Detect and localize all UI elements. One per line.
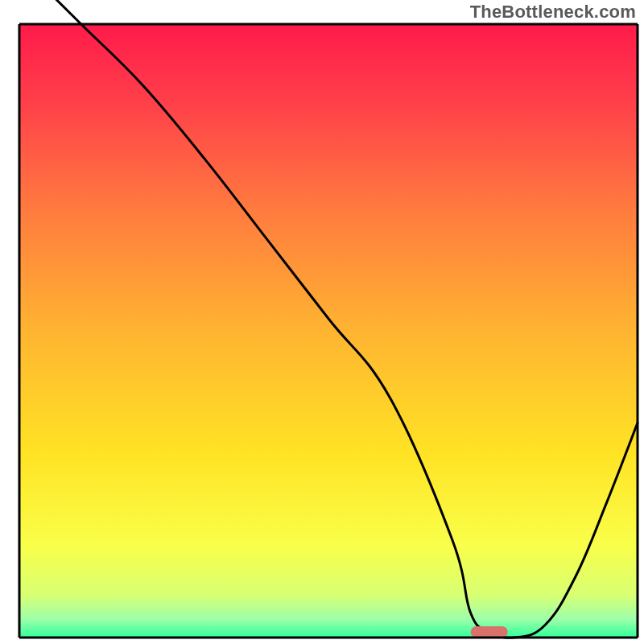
chart-container: TheBottleneck.com — [0, 0, 644, 644]
watermark-text: TheBottleneck.com — [470, 2, 636, 23]
plot-background — [19, 24, 638, 638]
bottleneck-chart — [0, 0, 644, 644]
optimal-marker — [471, 626, 508, 638]
